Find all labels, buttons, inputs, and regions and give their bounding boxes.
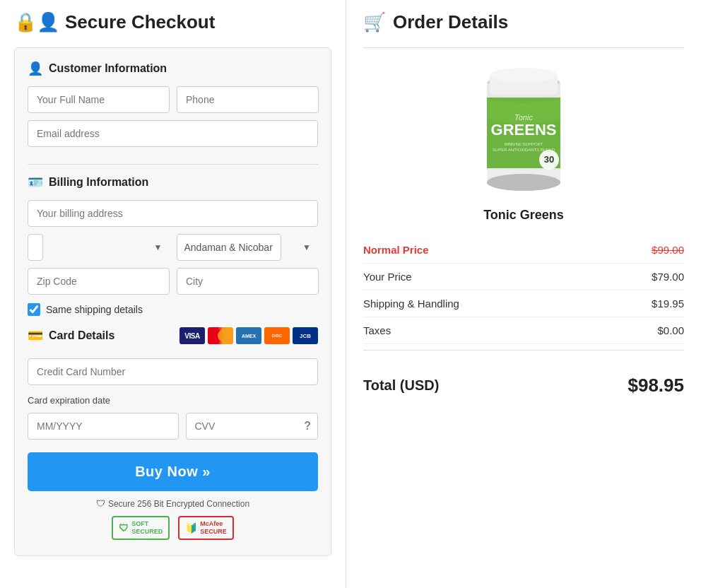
card-details-header: 💳 Card Details VISA AMEX DISC JCB [28, 327, 318, 344]
credit-card-input[interactable] [28, 358, 318, 385]
full-name-input[interactable] [28, 86, 170, 113]
product-image-container: Tonic GREENS IMMUNE SUPPORT SUPER ANTIOX… [363, 62, 684, 196]
product-name: Tonic Greens [363, 208, 684, 223]
expiry-input[interactable] [28, 413, 179, 440]
normal-price-value: $99.00 [652, 244, 684, 256]
email-input[interactable] [28, 120, 318, 147]
taxes-row: Taxes $0.00 [363, 317, 684, 344]
normal-price-row: Normal Price $99.00 [363, 237, 684, 264]
card-icon: 💳 [28, 328, 43, 343]
amex-icon: AMEX [236, 327, 261, 344]
cart-icon: 🛒 [363, 11, 386, 33]
order-divider [363, 47, 684, 48]
mastercard-icon [208, 327, 233, 344]
state-select-wrapper: ▼ [28, 234, 170, 261]
state-chevron-icon: ▼ [154, 242, 163, 252]
right-header: 🛒 Order Details [363, 11, 684, 33]
total-divider [363, 350, 684, 351]
normal-price-label: Normal Price [363, 244, 429, 256]
order-details-title: Order Details [393, 11, 508, 33]
svg-point-15 [487, 174, 560, 191]
card-icons-row: VISA AMEX DISC JCB [179, 327, 318, 344]
customer-section-title: 👤 Customer Information [28, 61, 318, 76]
secure-checkout-icon: 🔒👤 [14, 11, 59, 33]
svg-point-1 [218, 329, 230, 342]
cvv-wrapper: ? [186, 413, 319, 440]
billing-section-title: 🪪 Billing Information [28, 175, 318, 190]
page-header: 🔒👤 Secure Checkout [14, 11, 331, 33]
shipping-value: $19.95 [652, 298, 684, 310]
mcafee-icon: 🔰 [185, 522, 197, 534]
product-image: Tonic GREENS IMMUNE SUPPORT SUPER ANTIOX… [474, 62, 573, 196]
cvv-input[interactable] [186, 413, 319, 440]
jcb-icon: JCB [293, 327, 318, 344]
total-label: Total (USD) [363, 377, 439, 394]
expiry-label-wrapper: Card expiration date ? [28, 395, 318, 440]
secured-badge: 🛡 SOFTSECURED [112, 516, 170, 540]
customer-icon: 👤 [28, 61, 43, 76]
mcafee-badge: 🔰 McAfeeSECURE [178, 516, 234, 540]
cvv-help-icon[interactable]: ? [304, 420, 311, 433]
total-row: Total (USD) $98.95 [363, 365, 684, 399]
svg-text:GREENS: GREENS [491, 121, 557, 139]
taxes-value: $0.00 [657, 324, 684, 336]
region-select-wrapper: Andaman & Nicobar ▼ [177, 234, 319, 261]
left-panel: 🔒👤 Secure Checkout 👤 Customer Informatio… [0, 0, 346, 588]
same-shipping-label[interactable]: Same shipping details [46, 304, 143, 315]
svg-text:IMMUNE SUPPORT: IMMUNE SUPPORT [505, 142, 543, 146]
state-country-row: ▼ Andaman & Nicobar ▼ [28, 234, 318, 261]
billing-icon: 🪪 [28, 175, 43, 190]
taxes-label: Taxes [363, 324, 391, 336]
phone-input[interactable] [177, 86, 319, 113]
page-title: Secure Checkout [65, 11, 215, 33]
same-shipping-checkbox[interactable] [28, 303, 40, 316]
zip-city-row [28, 268, 318, 295]
region-chevron-icon: ▼ [302, 242, 311, 252]
state-select[interactable] [28, 234, 43, 261]
form-card: 👤 Customer Information 🪪 Billing Informa… [14, 47, 331, 556]
region-select[interactable]: Andaman & Nicobar [177, 234, 281, 261]
name-phone-row [28, 86, 318, 113]
expiry-cvv-row: ? [28, 413, 318, 440]
total-value: $98.95 [628, 375, 684, 396]
your-price-value: $79.00 [652, 271, 684, 283]
visa-icon: VISA [179, 327, 205, 344]
trust-badges: 🛡 SOFTSECURED 🔰 McAfeeSECURE [28, 516, 318, 540]
shipping-row: Shipping & Handling $19.95 [363, 290, 684, 317]
same-shipping-row: Same shipping details [28, 303, 318, 316]
right-panel: 🛒 Order Details Tonic GREENS IM [346, 0, 701, 588]
buy-now-button[interactable]: Buy Now » [28, 452, 318, 491]
city-input[interactable] [177, 268, 319, 295]
svg-text:30: 30 [544, 154, 554, 165]
billing-address-input[interactable] [28, 200, 318, 227]
lock-icon: 🛡 [96, 498, 105, 509]
card-expiry-label: Card expiration date [28, 395, 318, 406]
svg-point-6 [490, 68, 558, 82]
secure-note: 🛡 Secure 256 Bit Encrypted Connection [28, 498, 318, 509]
section-divider-1 [28, 164, 318, 165]
your-price-row: Your Price $79.00 [363, 264, 684, 290]
shipping-label: Shipping & Handling [363, 298, 459, 310]
zip-input[interactable] [28, 268, 170, 295]
card-section-title: 💳 Card Details [28, 328, 114, 343]
your-price-label: Your Price [363, 271, 412, 283]
shield-icon: 🛡 [119, 522, 129, 534]
discover-icon: DISC [264, 327, 290, 344]
